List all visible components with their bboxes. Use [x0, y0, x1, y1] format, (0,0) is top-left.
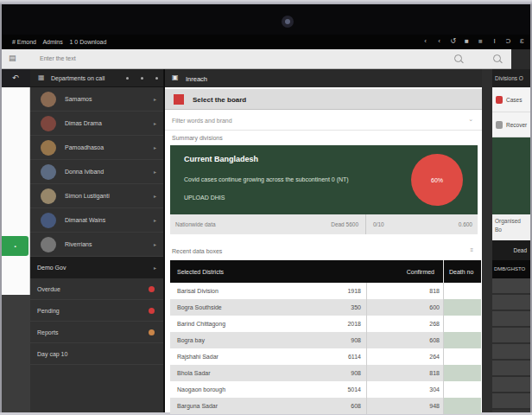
chevron-left-icon[interactable]: ‹: [421, 37, 429, 45]
item-label: Cases: [506, 97, 522, 103]
square-light-icon[interactable]: ■: [463, 37, 471, 45]
menu-items-text[interactable]: # Emond Admins 1 0 Download: [12, 39, 106, 45]
empty-row: [492, 377, 530, 393]
empty-row: [492, 278, 530, 295]
table-row[interactable]: Barguna Sadar608 948: [170, 398, 481, 414]
status-label: Reports: [37, 329, 59, 335]
square-dark-icon[interactable]: ■: [477, 37, 484, 45]
section-options-icon[interactable]: ≡: [470, 247, 473, 252]
section-label: Demo Gov: [37, 265, 66, 271]
list-item[interactable]: Pamoadhasoa ▸: [30, 136, 163, 160]
code-row[interactable]: DMB/GHSTO: [492, 260, 530, 278]
chevron-right-icon: ▸: [154, 120, 156, 126]
toolbar-end-spacer: [511, 49, 530, 69]
table-row[interactable]: Bogra bay908 608: [170, 332, 481, 348]
banner-label: Select the board: [193, 96, 246, 104]
deaths-value: 600: [366, 299, 443, 316]
search-icon[interactable]: [454, 54, 462, 62]
right-panel-item-recover[interactable]: Recover: [492, 112, 530, 137]
sidebar: ▦ Departments on call Samamos ▸ Dimas Dr…: [30, 69, 164, 412]
banner-bar[interactable]: Select the board: [165, 89, 482, 110]
list-item[interactable]: Dimas Drama ▸: [30, 112, 163, 136]
undo-icon[interactable]: ↺: [449, 37, 457, 45]
avatar: [41, 116, 56, 131]
column-header-confirmed[interactable]: Confirmed: [366, 269, 443, 275]
left-panel-footer: [2, 295, 30, 412]
text-cursor-icon[interactable]: I: [491, 37, 498, 45]
app-menu-icon[interactable]: ▤: [9, 54, 16, 62]
deaths-value: 304: [366, 381, 443, 398]
right-note: Organised Bo: [492, 214, 530, 240]
list-item[interactable]: Riverrians ▸: [30, 233, 163, 257]
right-panel-title: Divisions O: [495, 75, 523, 81]
menu-bar: # Emond Admins 1 0 Download ‹ ‹ ↺ ■ ■ I …: [2, 35, 530, 49]
empty-row: [492, 344, 530, 361]
table-section-label: Recent data boxes: [172, 248, 222, 254]
deaths-cell: [443, 299, 481, 316]
deaths-value: 948: [366, 398, 443, 414]
sidebar-item-overdue[interactable]: Overdue: [30, 278, 163, 300]
contact-name: Pamoadhasoa: [65, 144, 104, 150]
column-header-deaths[interactable]: Death no: [443, 260, 481, 283]
avatar: [41, 164, 56, 180]
sidebar-section-header[interactable]: Demo Gov ▸: [30, 257, 163, 278]
sidebar-item-reports[interactable]: Reports: [30, 322, 163, 343]
contact-name: Dimas Drama: [65, 120, 102, 126]
dead-label: Dead: [513, 247, 527, 253]
chevron-down-icon[interactable]: ⌄: [468, 116, 473, 123]
contact-name: Donna Iviband: [65, 169, 104, 175]
deaths-cell: [443, 381, 481, 398]
search-icon[interactable]: [493, 54, 501, 62]
deaths-value: 264: [366, 348, 443, 365]
districts-table: Selected Districts Confirmed Death no Ba…: [170, 260, 481, 414]
table-row[interactable]: Barind Chittagong2018 268: [170, 316, 481, 332]
list-item[interactable]: Samamos ▸: [30, 87, 163, 112]
avatar: [41, 237, 56, 252]
red-marker-icon: [174, 94, 184, 105]
grid-icon[interactable]: ▦: [38, 73, 45, 81]
table-row[interactable]: Bogra Southside350 600: [170, 299, 481, 316]
column-header-districts[interactable]: Selected Districts: [170, 269, 366, 275]
right-panel-header: Divisions O: [492, 69, 530, 87]
panel-action-button[interactable]: ▪: [2, 236, 28, 256]
list-item[interactable]: Donna Iviband ▸: [30, 160, 163, 184]
main-header: ▣ Inreach: [165, 69, 482, 87]
sidebar-title: Departments on call: [51, 75, 104, 81]
bracket-icon[interactable]: Ɔ: [504, 37, 512, 45]
overflow-menu-icon[interactable]: [126, 77, 158, 80]
filter-row[interactable]: Filter words and brand ⌄: [165, 112, 482, 131]
right-panel: Divisions O Cases Recover Organised Bo D…: [492, 69, 530, 412]
toolbar-hint-text[interactable]: Enter the text: [40, 55, 76, 61]
back-icon[interactable]: ↶: [12, 73, 19, 82]
avatar: [41, 188, 56, 204]
sidebar-item-pending[interactable]: Pending: [30, 300, 163, 322]
list-item[interactable]: Simon Lustiganti ▸: [30, 184, 163, 208]
percentage-badge[interactable]: 60%: [411, 154, 463, 206]
contact-list: Samamos ▸ Dimas Drama ▸ Pamoadhasoa ▸ Do…: [30, 87, 163, 257]
right-panel-item-cases[interactable]: Cases: [492, 87, 530, 112]
table-row[interactable]: Rajshahi Sadar6114 264: [170, 348, 481, 365]
table-row[interactable]: Naogaon borough5014 304: [170, 381, 481, 398]
dashboard-icon[interactable]: ▣: [172, 73, 179, 81]
contact-name: Riverrians: [65, 241, 92, 247]
table-row[interactable]: Bhola Sadar908 818: [170, 365, 481, 381]
contact-name: Simon Lustiganti: [65, 193, 110, 199]
sidebar-item-daycap[interactable]: Day cap 10: [30, 343, 163, 365]
recover-icon: [496, 121, 503, 129]
confirmed-value: 5014: [347, 386, 366, 393]
deaths-cell: [443, 332, 481, 348]
avatar: [41, 213, 56, 228]
contact-name: Samamos: [65, 96, 92, 102]
deaths-cell: [443, 365, 481, 381]
status-badge: [149, 286, 155, 292]
right-flag-block: [492, 137, 530, 214]
table-row[interactable]: Barisal Division1918 818: [170, 283, 481, 299]
empty-row: [492, 361, 530, 377]
empty-row: [492, 311, 530, 328]
chevron-left-icon[interactable]: ‹: [435, 37, 443, 45]
filter-hint: Filter words and brand: [172, 118, 232, 124]
confirmed-value: 2018: [347, 321, 366, 327]
list-item[interactable]: Dimanat Wains ▸: [30, 208, 163, 233]
bracket-icon[interactable]: Ɛ: [518, 37, 526, 45]
deaths-cell: [443, 316, 481, 332]
